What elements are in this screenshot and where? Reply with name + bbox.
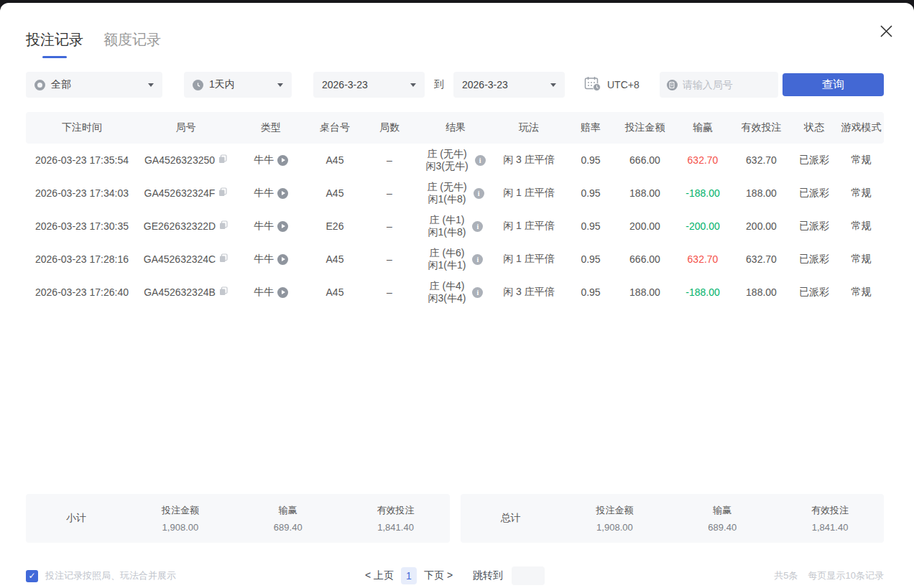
winloss-cell: 632.70 xyxy=(673,144,733,177)
status-cell: 已派彩 xyxy=(790,276,839,309)
subtotal-bet: 投注金额 1,908.00 xyxy=(126,504,234,533)
merge-option: ✓ 投注记录按照局、玩法合并展示 xyxy=(26,569,176,582)
play-video-icon[interactable] xyxy=(277,287,288,298)
calendar-clock-icon xyxy=(584,76,601,93)
table-row: 2026-03-23 17:26:40 GA452632324B 牛牛 A45 … xyxy=(26,276,884,309)
round-id-cell: GA452632324B xyxy=(138,276,234,309)
play-video-icon[interactable] xyxy=(277,155,288,166)
winloss-cell: -200.00 xyxy=(673,210,733,243)
total-winloss-value: 689.40 xyxy=(668,522,776,533)
info-icon[interactable]: i xyxy=(472,254,483,265)
game-type-value: 全部 xyxy=(51,78,71,91)
tab-quota-records[interactable]: 额度记录 xyxy=(103,30,161,58)
date-range-value: 1天内 xyxy=(209,78,235,91)
merge-label: 投注记录按照局、玩法合并展示 xyxy=(45,569,176,582)
jump-page-input[interactable] xyxy=(512,566,545,585)
type-value: 牛牛 xyxy=(254,286,274,299)
play-cell: 闲 3 庄平倍 xyxy=(494,144,564,177)
game-type-select[interactable]: 全部 xyxy=(26,72,162,98)
play-cell: 闲 1 庄平倍 xyxy=(494,210,564,243)
col-winloss: 输赢 xyxy=(673,112,733,144)
chevron-down-icon xyxy=(148,83,154,87)
result-line1: 庄 (无牛) xyxy=(427,181,466,192)
winloss-cell: -188.00 xyxy=(673,177,733,210)
col-rounds: 局数 xyxy=(361,112,417,144)
summary-bar: 小计 投注金额 1,908.00 输赢 689.40 有效投注 1,841.40… xyxy=(26,494,884,543)
col-round-id: 局号 xyxy=(138,112,234,144)
odds-cell: 0.95 xyxy=(564,210,617,243)
valid-bet-cell: 188.00 xyxy=(733,177,790,210)
clock-icon xyxy=(193,80,203,90)
total-winloss: 输赢 689.40 xyxy=(668,504,776,533)
bet-time-cell: 2026-03-23 17:28:16 xyxy=(26,243,138,276)
col-status: 状态 xyxy=(790,112,839,144)
tab-bet-records[interactable]: 投注记录 xyxy=(26,30,83,58)
date-to-select[interactable]: 2026-3-23 xyxy=(453,72,565,98)
table-no-cell: A45 xyxy=(308,177,361,210)
status-cell: 已派彩 xyxy=(790,210,839,243)
odds-cell: 0.95 xyxy=(564,243,617,276)
info-icon[interactable]: i xyxy=(474,188,484,199)
close-button[interactable] xyxy=(877,23,895,42)
winloss-value: 632.70 xyxy=(688,154,719,166)
info-icon[interactable]: i xyxy=(475,155,486,166)
to-label: 到 xyxy=(434,78,444,91)
col-play: 玩法 xyxy=(494,112,564,144)
type-cell: 牛牛 xyxy=(234,210,308,243)
jump-label: 跳转到 xyxy=(473,569,503,582)
total-box: 总计 投注金额 1,908.00 输赢 689.40 有效投注 1,841.40 xyxy=(461,494,885,543)
table-header: 下注时间 局号 类型 桌台号 局数 结果 玩法 赔率 投注金额 输赢 有效投注 … xyxy=(26,112,884,144)
copy-icon[interactable] xyxy=(218,154,227,166)
game-mode-cell: 常规 xyxy=(839,243,884,276)
result-cell: 庄 (牛6) 闲1(牛1) i xyxy=(417,243,494,276)
date-range-select[interactable]: 1天内 xyxy=(184,72,292,98)
subtotal-winloss-value: 689.40 xyxy=(234,522,342,533)
result-line2: 闲3(无牛) xyxy=(425,160,468,172)
bet-amount-cell: 666.00 xyxy=(617,144,673,177)
timezone-label: UTC+8 xyxy=(607,79,640,90)
copy-icon[interactable] xyxy=(219,220,228,232)
play-video-icon[interactable] xyxy=(277,254,288,265)
timezone-group[interactable]: UTC+8 xyxy=(584,76,640,93)
result-line2: 闲1(牛8) xyxy=(428,193,466,205)
info-icon[interactable]: i xyxy=(472,287,483,298)
page-size-info: 每页显示10条记录 xyxy=(808,569,884,582)
rounds-cell: – xyxy=(361,210,417,243)
rounds-cell: – xyxy=(361,243,417,276)
round-search-input[interactable] xyxy=(683,79,762,90)
round-id-value: GA452632324B xyxy=(144,286,216,298)
next-page-button[interactable]: 下页 > xyxy=(424,569,453,582)
result-line2: 闲3(牛4) xyxy=(428,292,466,304)
col-game-mode: 游戏模式 xyxy=(839,112,884,144)
result-cell: 庄 (牛4) 闲3(牛4) i xyxy=(417,276,494,309)
copy-icon[interactable] xyxy=(218,187,227,199)
copy-icon[interactable] xyxy=(219,286,228,298)
footer-bar: ✓ 投注记录按照局、玩法合并展示 < 上页 1 下页 > 跳转到 共5条 每页显… xyxy=(26,563,884,588)
play-video-icon[interactable] xyxy=(277,221,288,232)
winloss-value: -200.00 xyxy=(686,220,719,232)
chevron-down-icon xyxy=(410,83,416,87)
total-winloss-label: 输赢 xyxy=(668,504,776,517)
winloss-value: -188.00 xyxy=(686,286,719,298)
type-value: 牛牛 xyxy=(254,154,274,167)
total-label: 总计 xyxy=(461,512,561,525)
status-cell: 已派彩 xyxy=(790,177,839,210)
col-type: 类型 xyxy=(234,112,308,144)
odds-cell: 0.95 xyxy=(564,276,617,309)
copy-icon[interactable] xyxy=(219,253,228,265)
info-icon[interactable]: i xyxy=(472,221,483,232)
type-cell: 牛牛 xyxy=(234,144,308,177)
query-button[interactable]: 查询 xyxy=(783,73,884,96)
result-cell: 庄 (牛1) 闲1(牛8) i xyxy=(417,210,494,243)
round-id-cell: GE262632322D xyxy=(138,210,234,243)
round-id-cell: GA452632324F xyxy=(138,177,234,210)
prev-page-button[interactable]: < 上页 xyxy=(365,569,394,582)
play-video-icon[interactable] xyxy=(277,188,288,199)
type-cell: 牛牛 xyxy=(234,276,308,309)
date-from-select[interactable]: 2026-3-23 xyxy=(313,72,425,98)
subtotal-valid-value: 1,841.40 xyxy=(342,522,450,533)
game-mode-cell: 常规 xyxy=(839,144,884,177)
merge-checkbox[interactable]: ✓ xyxy=(26,570,38,582)
page-number[interactable]: 1 xyxy=(401,567,417,584)
all-filter-icon xyxy=(34,80,45,90)
